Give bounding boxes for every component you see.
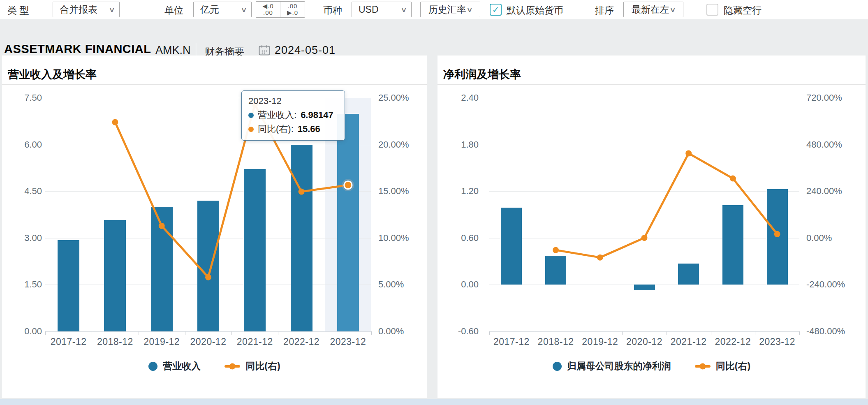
series-dot-icon: [248, 113, 254, 118]
x-axis-tick: [622, 331, 623, 335]
exchange-rate-value: 历史汇率: [428, 3, 466, 16]
default-currency-checkbox[interactable]: ✓: [490, 4, 502, 16]
chart-legend: 营业收入同比(右): [2, 360, 427, 373]
x-axis-tick: [139, 331, 139, 335]
legend-item-bar-series[interactable]: 归属母公司股东的净利润: [553, 360, 671, 373]
gridline: [489, 98, 799, 98]
x-axis-tick: [185, 331, 185, 335]
line-point[interactable]: [685, 150, 692, 156]
bar-2018-12[interactable]: [104, 220, 126, 331]
x-axis-tick: [325, 331, 325, 335]
legend-item-line-series[interactable]: 同比(右): [225, 360, 280, 373]
bar-2022-12[interactable]: [291, 145, 312, 331]
report-type-value: 合并报表: [60, 3, 97, 16]
x-axis-tick: [489, 331, 490, 335]
x-axis-tick: [711, 331, 711, 335]
x-axis-line: [489, 331, 799, 332]
x-axis-tick: [578, 331, 578, 335]
chart-title: 营业收入及增长率: [8, 67, 97, 82]
x-axis-category-label: 2018-12: [531, 336, 581, 347]
tooltip-series-value: 6.98147: [301, 110, 333, 120]
increase-decimals-button[interactable]: .00 ▶.0: [280, 2, 305, 17]
secondary-y-axis-tick-label: 0.00%: [806, 233, 860, 243]
bottom-scroll-strip[interactable]: [0, 399, 868, 405]
line-point[interactable]: [112, 119, 118, 125]
currency-value: USD: [359, 4, 379, 15]
line-point[interactable]: [553, 247, 559, 253]
tooltip-series-value: 15.66: [298, 124, 320, 134]
secondary-y-axis-tick-label: 10.00%: [378, 233, 432, 243]
line-point[interactable]: [597, 255, 603, 261]
x-axis-tick: [371, 331, 372, 335]
financial-summary-page: 类 型 合并报表 ∨ 单位 亿元 ∨ ◀.0 .00 .00 ▶.0 币种 US…: [0, 0, 868, 405]
bar-2020-12[interactable]: [197, 201, 219, 331]
tooltip-series-label: 同比(右):: [258, 123, 294, 135]
currency-dropdown[interactable]: USD ∨: [352, 2, 412, 17]
secondary-y-axis-tick-label: 0.00%: [378, 326, 432, 337]
x-axis-tick: [534, 331, 534, 335]
y-axis-tick-label: 2.40: [442, 93, 479, 103]
bar-2022-12[interactable]: [722, 205, 743, 285]
bar-2020-12[interactable]: [634, 285, 655, 290]
report-type-dropdown[interactable]: 合并报表 ∨: [53, 2, 120, 17]
gridline: [489, 238, 799, 238]
exchange-rate-dropdown[interactable]: 历史汇率 ∨: [420, 2, 480, 17]
x-axis-category-label: 2021-12: [230, 336, 280, 347]
x-axis-category-label: 2022-12: [708, 336, 757, 347]
legend-item-line-series[interactable]: 同比(右): [695, 360, 750, 373]
decrease-decimals-button[interactable]: ◀.0 .00: [256, 2, 280, 17]
x-axis-line: [45, 331, 371, 332]
legend-dot-icon: [148, 362, 157, 371]
legend-line-icon: [225, 365, 240, 368]
y-axis-tick-label: 1.50: [5, 279, 42, 290]
x-axis-category-label: 2020-12: [620, 336, 669, 347]
hide-empty-rows-checkbox[interactable]: [706, 4, 718, 16]
x-axis-category-label: 2018-12: [90, 336, 140, 347]
legend-item-bar-series[interactable]: 营业收入: [148, 360, 201, 373]
sort-value: 最新在左: [632, 3, 669, 16]
bar-2017-12[interactable]: [501, 208, 522, 285]
unit-dropdown[interactable]: 亿元 ∨: [193, 2, 252, 17]
secondary-y-axis-tick-label: 240.00%: [806, 186, 860, 197]
bar-2017-12[interactable]: [58, 240, 79, 331]
chevron-down-icon: ∨: [240, 5, 247, 14]
net-profit-chart-panel: 净利润及增长率 2.40720.00%1.80480.00%1.20240.00…: [437, 56, 866, 398]
gridline: [489, 145, 799, 145]
x-axis-category-label: 2019-12: [137, 336, 186, 347]
divider: [2, 84, 427, 85]
decimal-icon: ◀.0: [262, 3, 273, 9]
chart-title: 净利润及增长率: [443, 67, 521, 82]
chevron-down-icon: ∨: [466, 5, 473, 14]
sort-dropdown[interactable]: 最新在左 ∨: [623, 2, 683, 17]
secondary-y-axis-tick-label: 20.00%: [378, 139, 432, 150]
divider: [437, 84, 866, 85]
bar-2019-12[interactable]: [151, 207, 173, 331]
bar-2021-12[interactable]: [678, 264, 699, 285]
toolbar: 类 型 合并报表 ∨ 单位 亿元 ∨ ◀.0 .00 .00 ▶.0 币种 US…: [0, 0, 868, 19]
x-axis-category-label: 2019-12: [575, 336, 625, 347]
ticker-symbol: AMK.N: [155, 44, 191, 57]
bar-2018-12[interactable]: [545, 256, 566, 285]
y-axis-tick-label: 0.60: [442, 233, 479, 243]
secondary-y-axis-tick-label: 480.00%: [806, 139, 860, 150]
currency-label: 币种: [323, 4, 342, 17]
secondary-y-axis-tick-label: 25.00%: [378, 93, 432, 103]
decimal-buttons: ◀.0 .00 .00 ▶.0: [256, 1, 305, 18]
unit-label: 单位: [164, 4, 183, 17]
x-axis-category-label: 2017-12: [487, 336, 536, 347]
decimal-icon: ▶.0: [287, 9, 298, 16]
line-point[interactable]: [730, 175, 736, 181]
bar-2023-12[interactable]: [337, 114, 359, 331]
tooltip-series-label: 营业收入:: [258, 109, 296, 121]
gridline: [489, 191, 799, 192]
tooltip-date: 2023-12: [248, 96, 338, 106]
x-axis-tick: [667, 331, 667, 335]
x-axis-category-label: 2021-12: [664, 336, 713, 347]
default-currency-label: 默认原始货币: [507, 4, 563, 17]
report-date[interactable]: 2024-05-01: [275, 44, 336, 57]
bar-2021-12[interactable]: [244, 169, 266, 331]
chart-tooltip: 2023-12 营业收入: 6.98147 同比(右): 15.66: [241, 90, 345, 141]
bar-2023-12[interactable]: [767, 189, 788, 285]
secondary-y-axis-tick-label: 5.00%: [378, 279, 432, 290]
tooltip-row: 同比(右): 15.66: [248, 123, 338, 135]
